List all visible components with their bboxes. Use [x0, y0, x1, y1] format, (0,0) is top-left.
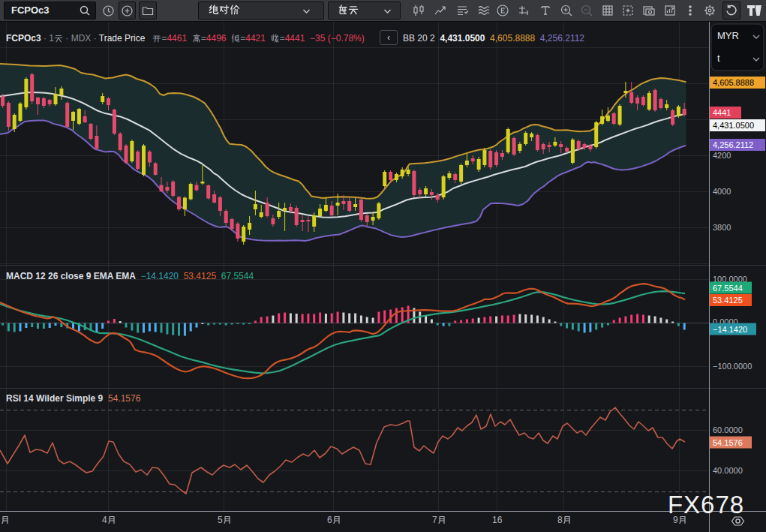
svg-text:53.4125: 53.4125 [713, 296, 743, 305]
svg-text:−100.0000: −100.0000 [713, 362, 752, 371]
svg-text:54.1576: 54.1576 [713, 438, 743, 447]
svg-text:t: t [717, 53, 720, 64]
svg-text:4441: 4441 [713, 108, 731, 117]
svg-text:4200: 4200 [713, 151, 731, 160]
svg-text:4,256.2112: 4,256.2112 [713, 140, 753, 149]
svg-text:3800: 3800 [713, 223, 731, 232]
svg-text:−14.1420: −14.1420 [713, 325, 747, 334]
svg-text:4,605.8888: 4,605.8888 [713, 78, 754, 87]
svg-text:MYR: MYR [717, 30, 739, 41]
svg-text:67.5544: 67.5544 [713, 284, 743, 293]
svg-text:60.0000: 60.0000 [713, 425, 743, 434]
svg-text:4000: 4000 [713, 187, 731, 196]
svg-text:40.0000: 40.0000 [713, 466, 743, 475]
svg-text:4,431.0500: 4,431.0500 [713, 121, 754, 130]
